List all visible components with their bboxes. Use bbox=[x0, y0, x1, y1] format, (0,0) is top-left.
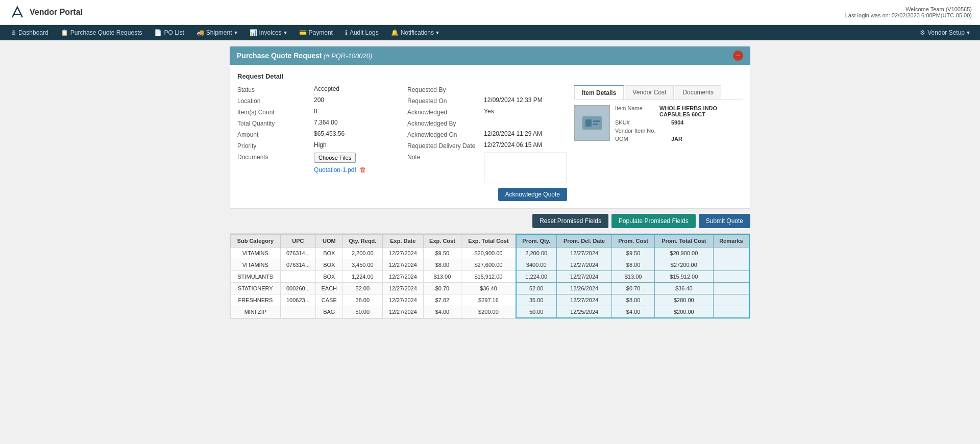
dashboard-icon: 🖥 bbox=[10, 29, 16, 36]
acknowledge-quote-button[interactable]: Acknowledge Quote bbox=[498, 188, 567, 201]
table-cell: 12/27/2024 bbox=[383, 283, 424, 294]
form-right-col: Requested By Requested On 12/09/2024 12:… bbox=[407, 85, 567, 201]
table-cell: 12/27/2024 bbox=[556, 248, 611, 259]
table-cell: 000260... bbox=[280, 283, 315, 294]
table-cell: 12/26/2024 bbox=[556, 283, 611, 294]
note-label: Note bbox=[407, 153, 484, 161]
table-cell: 2,200.00 bbox=[516, 248, 557, 259]
tab-vendor-cost[interactable]: Vendor Cost bbox=[625, 85, 674, 100]
acknowledged-on-value: 12/20/2024 11:29 AM bbox=[484, 130, 542, 137]
table-cell: $15,912.00 bbox=[654, 271, 713, 283]
documents-value: Choose Files Quotation-1.pdf 🗑 bbox=[314, 153, 397, 174]
table-cell: BOX bbox=[316, 248, 342, 259]
nav-vendor-setup[interactable]: ⚙ Vendor Setup ▾ bbox=[915, 25, 975, 40]
table-cell: 12/27/2024 bbox=[556, 259, 611, 271]
table-cell: STIMULANTS bbox=[231, 271, 281, 283]
nav-item-shipment[interactable]: 🚚 Shipment ▾ bbox=[191, 25, 242, 40]
nav-item-audit-logs[interactable]: ℹ Audit Logs bbox=[340, 25, 384, 40]
total-qty-label: Total Quantity bbox=[237, 119, 314, 127]
table-row: STATIONERY000260...EACH52.0012/27/2024$0… bbox=[231, 283, 750, 294]
item-detail-content: Item Name WHOLE HERBS INDO CAPSULES 60CT… bbox=[574, 105, 743, 144]
table-cell: $7.82 bbox=[423, 294, 461, 306]
table-cell: $4.00 bbox=[423, 306, 461, 318]
main-content: Purchase Quote Request (# PQR-100020) − … bbox=[219, 40, 761, 325]
col-exp-date: Exp. Date bbox=[383, 234, 424, 248]
delete-doc-icon[interactable]: 🗑 bbox=[359, 166, 366, 174]
total-qty-value: 7,364.00 bbox=[314, 119, 338, 126]
table-cell bbox=[713, 259, 749, 271]
priority-row: Priority High bbox=[237, 141, 397, 150]
po-list-icon: 📄 bbox=[154, 29, 162, 36]
table-cell: 12/27/2024 bbox=[383, 248, 424, 259]
nav-label-purchase-quote: Purchase Quote Requests bbox=[70, 29, 142, 36]
gear-icon: ⚙ bbox=[920, 29, 925, 36]
table-cell: $200.00 bbox=[461, 306, 516, 318]
tab-item-details[interactable]: Item Details bbox=[574, 85, 624, 100]
reset-promised-fields-button[interactable]: Reset Promised Fields bbox=[532, 214, 608, 228]
nav-item-purchase-quote[interactable]: 📋 Purchase Quote Requests bbox=[56, 25, 148, 40]
table-cell: 1,224.00 bbox=[342, 271, 383, 283]
page-subtitle: (# PQR-100020) bbox=[324, 52, 372, 60]
table-cell: $4.00 bbox=[612, 306, 655, 318]
nav-item-invoices[interactable]: 📊 Invoices ▾ bbox=[244, 25, 292, 40]
table-cell: $27200.00 bbox=[654, 259, 713, 271]
table-cell: BOX bbox=[316, 259, 342, 271]
doc-row: Choose Files Quotation-1.pdf 🗑 bbox=[314, 153, 397, 174]
col-qty-reqd: Qty. Reqd. bbox=[342, 234, 383, 248]
table-cell: $15,912.00 bbox=[461, 271, 516, 283]
acknowledged-by-row: Acknowledged By bbox=[407, 119, 567, 127]
close-button[interactable]: − bbox=[733, 51, 743, 61]
vendor-setup-label: Vendor Setup bbox=[927, 29, 965, 36]
nav-label-dashboard: Dashboard bbox=[18, 29, 48, 36]
uom-label: UOM bbox=[615, 136, 671, 142]
table-cell: $280.00 bbox=[654, 294, 713, 306]
table-cell: $8.00 bbox=[423, 259, 461, 271]
amount-row: Amount $65,453.56 bbox=[237, 130, 397, 138]
nav-label-audit-logs: Audit Logs bbox=[350, 29, 379, 36]
table-cell: 2,200.00 bbox=[342, 248, 383, 259]
table-cell: $8.00 bbox=[612, 259, 655, 271]
table-cell: 35.00 bbox=[516, 294, 557, 306]
nav-item-dashboard[interactable]: 🖥 Dashboard bbox=[5, 25, 54, 40]
nav-item-notifications[interactable]: 🔔 Notifications ▾ bbox=[386, 25, 444, 40]
choose-files-button[interactable]: Choose Files bbox=[314, 153, 356, 163]
documents-row: Documents Choose Files Quotation-1.pdf 🗑 bbox=[237, 153, 397, 174]
col-exp-total-cost: Exp. Total Cost bbox=[461, 234, 516, 248]
nav-bar: 🖥 Dashboard 📋 Purchase Quote Requests 📄 … bbox=[0, 25, 980, 40]
table-row: MINI ZIPBAG50.0012/27/2024$4.00$200.0050… bbox=[231, 306, 750, 318]
payment-icon: 💳 bbox=[299, 29, 307, 36]
svg-rect-2 bbox=[593, 120, 600, 122]
nav-item-payment[interactable]: 💳 Payment bbox=[294, 25, 338, 40]
uom-row: UOM JAR bbox=[615, 136, 743, 142]
item-name-value: WHOLE HERBS INDO CAPSULES 60CT bbox=[659, 105, 743, 117]
populate-promised-fields-button[interactable]: Populate Promised Fields bbox=[611, 214, 696, 228]
items-count-row: Item(s) Count 8 bbox=[237, 108, 397, 116]
acknowledged-on-label: Acknowledged On bbox=[407, 130, 484, 138]
vendor-item-row: Vendor Item No. bbox=[615, 128, 743, 134]
item-thumbnail-icon bbox=[580, 111, 604, 135]
page-title-area: Purchase Quote Request (# PQR-100020) bbox=[237, 52, 372, 60]
logo-icon bbox=[8, 3, 27, 21]
form-left-col: Status Accepted Location 200 Item(s) Cou… bbox=[237, 85, 397, 201]
acknowledged-row: Acknowledged Yes bbox=[407, 108, 567, 116]
note-value bbox=[484, 153, 567, 185]
data-table: Sub Category UPC UOM Qty. Reqd. Exp. Dat… bbox=[230, 234, 750, 318]
requested-on-row: Requested On 12/09/2024 12:33 PM bbox=[407, 96, 567, 105]
amount-label: Amount bbox=[237, 130, 314, 138]
table-cell: EACH bbox=[316, 283, 342, 294]
table-cell: $20,900.00 bbox=[654, 248, 713, 259]
table-cell: $27,600.00 bbox=[461, 259, 516, 271]
table-cell bbox=[713, 306, 749, 318]
requested-delivery-label: Requested Delivery Date bbox=[407, 141, 484, 150]
nav-item-po-list[interactable]: 📄 PO List bbox=[149, 25, 189, 40]
page-title: Purchase Quote Request bbox=[237, 52, 322, 60]
note-textarea[interactable] bbox=[484, 153, 567, 183]
requested-by-label: Requested By bbox=[407, 85, 484, 93]
table-cell: VITAMINS bbox=[231, 259, 281, 271]
nav-label-notifications: Notifications bbox=[401, 29, 434, 36]
tab-documents[interactable]: Documents bbox=[675, 85, 721, 100]
submit-quote-button[interactable]: Submit Quote bbox=[699, 214, 750, 228]
welcome-text: Welcome Team (V100565) bbox=[845, 6, 972, 12]
table-cell: STATIONERY bbox=[231, 283, 281, 294]
doc-link[interactable]: Quotation-1.pdf bbox=[314, 166, 356, 174]
